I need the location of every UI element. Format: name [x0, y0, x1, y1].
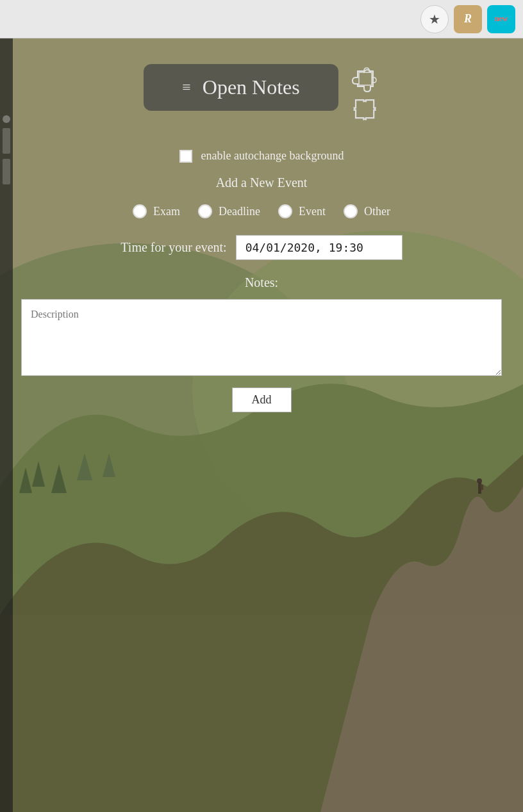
- radio-option-deadline[interactable]: Deadline: [198, 204, 260, 218]
- main-area: ≡ Open Notes: [0, 38, 523, 812]
- puzzle-icon-svg: [351, 95, 379, 124]
- time-row: Time for your event:: [120, 235, 402, 260]
- radio-exam-label: Exam: [153, 205, 180, 218]
- r-button[interactable]: R: [454, 5, 482, 33]
- radio-event[interactable]: [278, 204, 292, 218]
- add-event-label: Add a New Event: [216, 175, 308, 190]
- radio-deadline-label: Deadline: [219, 205, 260, 218]
- new-button[interactable]: new: [487, 5, 515, 33]
- radio-option-event[interactable]: Event: [278, 204, 326, 218]
- radio-other[interactable]: [344, 204, 358, 218]
- browser-bar: ★ R new: [0, 0, 523, 38]
- page-title: Open Notes: [203, 76, 300, 99]
- star-button[interactable]: ★: [420, 5, 449, 33]
- radio-option-exam[interactable]: Exam: [133, 204, 180, 218]
- notes-label: Notes:: [245, 275, 278, 290]
- title-block: ≡ Open Notes: [144, 64, 338, 111]
- autochange-checkbox[interactable]: [179, 150, 192, 163]
- autochange-label: enable autochange background: [201, 149, 344, 163]
- time-input[interactable]: [236, 235, 403, 260]
- add-button[interactable]: Add: [232, 387, 292, 412]
- description-textarea[interactable]: [21, 299, 502, 376]
- star-icon: ★: [429, 12, 440, 27]
- r-icon: R: [464, 12, 472, 26]
- puzzle-icon: [351, 65, 379, 93]
- hamburger-icon: ≡: [182, 79, 192, 96]
- puzzle-icon-button[interactable]: [351, 65, 379, 124]
- autochange-row: enable autochange background: [179, 149, 344, 163]
- radio-event-label: Event: [299, 205, 326, 218]
- time-label: Time for your event:: [120, 240, 226, 255]
- radio-exam[interactable]: [133, 204, 147, 218]
- new-label: new: [495, 14, 508, 24]
- content-container: ≡ Open Notes: [0, 38, 523, 438]
- svg-rect-7: [359, 72, 372, 85]
- radio-row: Exam Deadline Event Other: [133, 204, 390, 218]
- radio-other-label: Other: [364, 205, 390, 218]
- radio-deadline[interactable]: [198, 204, 212, 218]
- radio-option-other[interactable]: Other: [344, 204, 390, 218]
